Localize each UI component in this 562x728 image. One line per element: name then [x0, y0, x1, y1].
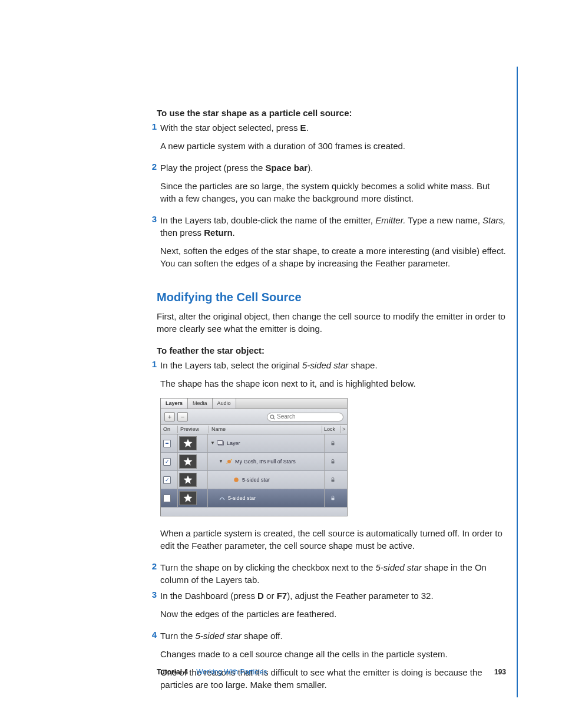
text-key: F7 [277, 591, 287, 601]
col-lock[interactable]: Lock [322, 426, 341, 433]
svg-marker-2 [184, 439, 193, 447]
svg-point-9 [226, 463, 227, 464]
tab-media[interactable]: Media [188, 398, 213, 409]
step-b3: 3 In the Dashboard (press D or F7), adju… [146, 589, 506, 626]
svg-point-12 [234, 477, 239, 482]
table-row[interactable]: ▼ My Gosh, It's Full of Stars [161, 453, 347, 471]
checkbox-on[interactable] [163, 476, 171, 484]
text: . [306, 123, 309, 133]
step-b1: 1 In the Layers tab, select the original… [146, 359, 506, 558]
text-key: E [300, 123, 306, 133]
svg-rect-13 [332, 479, 335, 482]
table-row[interactable]: ▼ Layer [161, 434, 347, 453]
text: With the star object selected, press [160, 123, 300, 133]
text: Play the project (press the [160, 163, 265, 173]
thumbnail [179, 491, 197, 505]
text-key: Space bar [265, 163, 308, 173]
col-on[interactable]: On [161, 426, 178, 433]
remove-button[interactable]: − [177, 412, 188, 421]
thumbnail [179, 436, 197, 450]
checkbox-on[interactable] [163, 458, 171, 466]
svg-marker-11 [184, 476, 193, 484]
footer-title: Working With Particles [196, 668, 267, 676]
text: ), adjust the Feather parameter to 32. [287, 591, 433, 601]
text: Now the edges of the particles are feath… [160, 608, 506, 620]
blank-row [161, 508, 347, 516]
margin-bar [517, 67, 518, 697]
star-icon [183, 456, 193, 467]
text: In the Layers tab, select the original [160, 360, 302, 370]
text: In the Dashboard (press [160, 591, 257, 601]
tab-layers[interactable]: Layers [161, 398, 188, 409]
heading-modifying: Modifying the Cell Source [157, 291, 506, 304]
text: Changes made to a cell source change all… [160, 648, 506, 660]
col-name[interactable]: Name [209, 426, 322, 433]
tab-audio[interactable]: Audio [213, 398, 236, 409]
checkbox-partial[interactable] [163, 440, 171, 447]
table-row[interactable]: 5-sided star [161, 471, 347, 489]
text: Since the particles are so large, the sy… [160, 180, 506, 205]
footer-tutorial: Tutorial 4 [157, 668, 188, 676]
text-emph: 5-sided star [376, 562, 422, 572]
text-emph: Stars, [482, 215, 505, 225]
svg-line-1 [273, 418, 275, 419]
text: shape off. [242, 631, 283, 641]
svg-rect-15 [332, 498, 335, 500]
table-row-selected[interactable]: 5-sided star [161, 489, 347, 508]
row-name[interactable]: My Gosh, It's Full of Stars [235, 458, 296, 466]
text: A new particle system with a duration of… [160, 140, 506, 152]
svg-point-7 [227, 460, 231, 463]
col-expand[interactable]: > [341, 426, 347, 433]
svg-marker-6 [184, 457, 193, 466]
add-button[interactable]: + [164, 412, 175, 421]
text: Next, soften the edges of the star shape… [160, 245, 506, 269]
step-a3: 3 In the Layers tab, double-click the na… [146, 214, 506, 275]
text: The shape has the shape icon next to it,… [160, 377, 506, 390]
text: Turn the [160, 631, 195, 641]
step-b2: 2 Turn the shape on by clicking the chec… [146, 561, 506, 586]
layers-panel: Layers Media Audio + − Search On Preview… [160, 398, 348, 516]
svg-rect-10 [332, 461, 335, 463]
lock-icon[interactable] [330, 477, 336, 483]
text: or [264, 591, 277, 601]
step-number: 4 [146, 630, 160, 697]
svg-point-0 [270, 415, 274, 419]
step-number: 1 [146, 121, 160, 158]
disclosure-icon[interactable]: ▼ [219, 458, 223, 465]
text: Turn the shape on by clicking the checkb… [160, 562, 376, 572]
text: In the Layers tab, double-click the name… [160, 215, 375, 225]
step-number: 3 [146, 589, 160, 626]
lock-icon[interactable] [330, 495, 336, 501]
text: ). [308, 163, 313, 173]
page-footer: Tutorial 4 Working With Particles 193 [157, 668, 506, 676]
checkbox-off[interactable] [163, 495, 171, 502]
text-emph: 5-sided star [195, 631, 241, 641]
step-number: 1 [146, 359, 160, 558]
search-input[interactable]: Search [267, 413, 343, 421]
lock-icon[interactable] [330, 459, 336, 465]
row-name[interactable]: Layer [227, 440, 240, 447]
heading-use-star: To use the star shape as a particle cell… [157, 108, 506, 118]
star-icon [183, 493, 193, 503]
page-number: 193 [494, 668, 506, 676]
row-name[interactable]: 5-sided star [228, 495, 256, 502]
svg-rect-5 [332, 443, 335, 445]
star-icon [183, 475, 193, 485]
toolbar: + − Search [161, 409, 347, 425]
text-emph: Emitter. [375, 215, 405, 225]
thumbnail [179, 473, 197, 487]
svg-rect-4 [217, 441, 223, 444]
text-key: Return [204, 228, 232, 238]
text: . [233, 228, 235, 238]
row-name[interactable]: 5-sided star [242, 476, 270, 484]
step-number: 2 [146, 561, 160, 586]
lock-icon[interactable] [330, 440, 336, 446]
svg-point-8 [231, 459, 232, 460]
text: shape. [348, 360, 377, 370]
disclosure-icon[interactable]: ▼ [210, 440, 215, 446]
thumbnail [179, 454, 197, 469]
step-b4: 4 Turn the 5-sided star shape off. Chang… [146, 630, 506, 697]
step-number: 3 [146, 214, 160, 275]
col-preview[interactable]: Preview [178, 426, 209, 433]
text: then press [160, 228, 204, 238]
